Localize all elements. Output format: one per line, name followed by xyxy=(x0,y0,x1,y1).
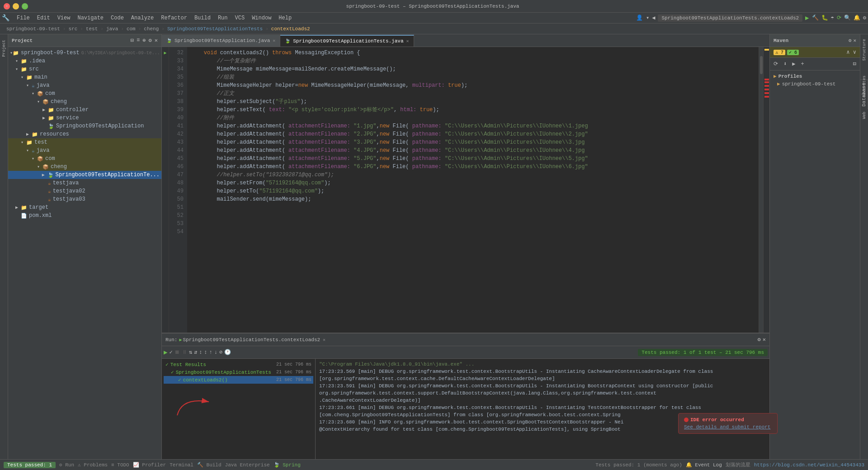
settings-button[interactable]: ⚙ xyxy=(863,14,866,21)
tree-item-testjava[interactable]: ☕ testjava xyxy=(8,179,161,187)
spring-tab-status[interactable]: 🍃 Spring xyxy=(274,462,301,468)
pause-button[interactable]: ⏸ xyxy=(182,349,187,356)
csdn-link[interactable]: https://blog.csdn.net/weixin_44543433 xyxy=(754,462,864,468)
expand-warnings-button[interactable]: ∧ ∨ xyxy=(846,49,856,56)
code-content[interactable]: void contextLoads2() throws MessagingExc… xyxy=(187,47,759,333)
tab-test[interactable]: 🍃 Springboot09TestApplicationTests.java … xyxy=(280,35,414,47)
menu-window[interactable]: Window xyxy=(248,14,275,22)
breadcrumb-com[interactable]: com xyxy=(124,25,138,33)
settings-button[interactable]: ⚙ xyxy=(149,37,152,44)
history-button[interactable]: 🕐 xyxy=(224,349,231,356)
maven-item-project[interactable]: ▶ springboot-09-test xyxy=(772,80,858,88)
ide-error-link[interactable]: See details and submit report xyxy=(684,424,772,430)
tree-item-java-main[interactable]: ▾ ☕ java xyxy=(8,81,161,89)
favorites-tab[interactable]: Favorites xyxy=(861,73,868,100)
tests-passed-badge[interactable]: Tests passed: 1 xyxy=(4,462,56,468)
maven-download-button[interactable]: ⬇ xyxy=(782,60,788,68)
web-tab[interactable]: Web xyxy=(861,109,868,122)
apply-button[interactable]: ⟳ xyxy=(837,14,841,21)
build-button[interactable]: 🔨 xyxy=(812,14,819,21)
breadcrumb-java[interactable]: java xyxy=(104,25,121,33)
notification-button[interactable]: 🔔 xyxy=(854,14,860,21)
collapse-all-button[interactable]: ⊟ xyxy=(131,37,134,44)
profiler-tab-status[interactable]: 📈 Profiler xyxy=(133,462,166,468)
terminal-tab-status[interactable]: Terminal xyxy=(170,462,193,468)
tree-item-service[interactable]: ▶ 📁 service xyxy=(8,114,161,122)
maven-run-button[interactable]: ▶ xyxy=(790,60,797,68)
run-config-name[interactable]: Springboot09TestApplicationTests.context… xyxy=(183,337,320,343)
sort2-button[interactable]: ⇵ xyxy=(194,349,197,356)
collapse-button[interactable]: ↕ xyxy=(204,349,207,356)
run-tab-status[interactable]: ⊙ Run xyxy=(59,462,74,468)
run-button[interactable]: ▶ xyxy=(805,14,809,22)
rerun-button[interactable]: ▶ xyxy=(164,348,167,356)
next-fail-button[interactable]: ↓ xyxy=(214,349,217,356)
tab-close-button[interactable]: ✕ xyxy=(406,38,409,44)
coverage-button[interactable]: ☂ xyxy=(831,14,834,21)
menu-edit[interactable]: Edit xyxy=(33,14,54,22)
run-item-suite[interactable]: ✓ Springboot09TestApplicationTests 21 se… xyxy=(164,368,313,376)
search-button[interactable]: 🔍 xyxy=(844,14,851,21)
close-button[interactable]: ✕ xyxy=(4,3,10,9)
scrollbar-thumb[interactable] xyxy=(760,56,763,74)
maven-close-button[interactable]: ✕ xyxy=(853,38,856,43)
scroll-to-button[interactable]: ⊕ xyxy=(142,37,146,44)
maven-add-button[interactable]: + xyxy=(799,60,806,68)
project-tab-icon[interactable]: Project xyxy=(1,36,7,61)
maven-collapse-button[interactable]: ⊟ xyxy=(851,60,858,68)
stop-button[interactable]: ⏹ xyxy=(175,349,180,356)
filter-button[interactable]: ⊘ xyxy=(219,349,222,356)
build-tab-status[interactable]: 🔨 Build xyxy=(197,462,222,468)
tree-item-springapp[interactable]: 🍃 Springboot09TestApplication xyxy=(8,122,161,130)
breadcrumb-project[interactable]: springboot-09-test xyxy=(4,25,63,33)
breadcrumb-test[interactable]: test xyxy=(83,25,100,33)
debug-button[interactable]: 🐛 xyxy=(821,14,828,21)
tree-item-cheng-test[interactable]: ▾ 📦 cheng xyxy=(8,163,161,171)
vcs-icon[interactable]: 👤 ▾ xyxy=(636,14,649,21)
breadcrumb-src[interactable]: src xyxy=(66,25,80,33)
menu-refactor[interactable]: Refactor xyxy=(157,14,191,22)
tree-item-pom[interactable]: 📄 pom.xml xyxy=(8,212,161,220)
menu-file[interactable]: File xyxy=(13,14,33,22)
menu-help[interactable]: Help xyxy=(275,14,295,22)
problems-tab-status[interactable]: ⚠ Problems xyxy=(78,462,108,468)
menu-view[interactable]: View xyxy=(54,14,74,22)
run-tab-close[interactable]: ✕ xyxy=(323,337,326,343)
java-enterprise-tab-status[interactable]: Java Enterprise xyxy=(225,462,270,468)
breadcrumb-class[interactable]: Springboot09TestApplicationTests xyxy=(165,25,265,33)
breadcrumb-cheng[interactable]: cheng xyxy=(141,25,161,33)
menu-build[interactable]: Build xyxy=(191,14,214,22)
minimize-button[interactable]: — xyxy=(13,3,19,9)
tree-item-com-test[interactable]: ▾ 📦 com xyxy=(8,155,161,163)
breadcrumb-method[interactable]: contextLoads2 xyxy=(269,25,313,33)
menu-analyze[interactable]: Analyze xyxy=(127,14,157,22)
tree-item-root[interactable]: ▾ 📁 springboot-09-test G:\MyIDEA\springb… xyxy=(8,49,161,57)
tree-item-java-test[interactable]: ▾ ☕ java xyxy=(8,146,161,155)
run-all-button[interactable]: ✓ xyxy=(169,349,172,356)
tree-item-test[interactable]: ▾ 📁 test xyxy=(8,138,161,146)
run-log[interactable]: "C:\Program Files\Java\jdk1.8.0_91\bin\j… xyxy=(316,359,769,459)
run-gutter-32[interactable]: ▶ xyxy=(162,49,169,57)
menu-navigate[interactable]: Navigate xyxy=(74,14,107,22)
maven-refresh-button[interactable]: ⟳ xyxy=(772,60,780,68)
tree-item-target[interactable]: ▶ 📁 target xyxy=(8,203,161,212)
tree-item-test-class[interactable]: ▶ 🍃 Springboot09TestApplicationTe... xyxy=(8,171,161,179)
tree-item-main[interactable]: ▾ 📁 main xyxy=(8,73,161,81)
tab-close-button[interactable]: ✕ xyxy=(273,38,275,43)
tree-item-cheng-main[interactable]: ▾ 📦 cheng xyxy=(8,98,161,106)
sort-button[interactable]: ⇅ xyxy=(189,349,192,356)
tree-item-idea[interactable]: ▾ 📁 .idea xyxy=(8,57,161,65)
maximize-button[interactable]: □ xyxy=(22,3,28,9)
event-log-label[interactable]: 🔔 Event Log xyxy=(686,462,722,468)
tree-item-testjava02[interactable]: ☕ testjava02 xyxy=(8,187,161,195)
expand-all-button[interactable]: ≡ xyxy=(137,37,140,44)
prev-fail-button[interactable]: ↑ xyxy=(209,349,212,356)
menu-vcs[interactable]: VCS xyxy=(231,14,249,22)
nav-back-icon[interactable]: ◀ xyxy=(652,14,655,21)
structure-tab[interactable]: Structure xyxy=(861,36,868,64)
todo-tab-status[interactable]: ≡ TODO xyxy=(111,462,129,468)
code-scrollbar[interactable] xyxy=(759,47,763,333)
maven-settings-button[interactable]: ⚙ xyxy=(849,38,852,43)
run-item-method[interactable]: ✓ contextLoads2() 21 sec 796 ms xyxy=(164,376,313,384)
expand-button[interactable]: ↕ xyxy=(199,349,202,356)
